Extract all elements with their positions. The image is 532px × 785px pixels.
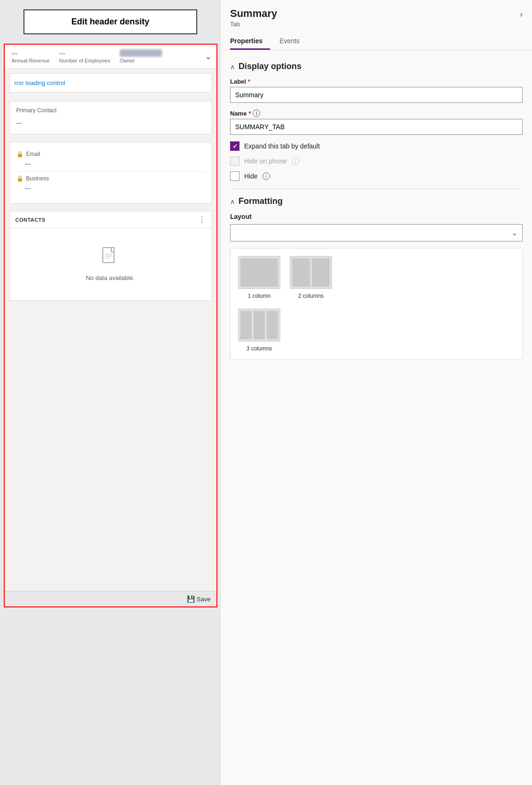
email-business-section: 🔒 Email --- 🔒 Business --- — [9, 142, 212, 203]
no-data-area: No data available. — [10, 228, 211, 300]
name-input[interactable] — [230, 119, 523, 135]
hide-checkbox[interactable] — [230, 171, 239, 181]
layout-col-3of3 — [267, 311, 278, 339]
email-value: --- — [25, 160, 205, 167]
hide-label: Hide — [244, 172, 258, 180]
layout-thumb-3col — [238, 309, 280, 342]
business-lock-icon: 🔒 — [16, 175, 23, 182]
email-label: Email — [26, 151, 40, 157]
tab-properties[interactable]: Properties — [230, 33, 270, 50]
layout-option-2col[interactable]: 2 columns — [290, 256, 332, 299]
label-input[interactable] — [230, 87, 523, 103]
expand-tab-row: Expand this tab by default — [230, 141, 523, 151]
layout-name-1col: 1 column — [248, 293, 271, 299]
hide-phone-row: Hide on phone i — [230, 156, 523, 166]
lock-fields: 🔒 Email --- 🔒 Business --- — [16, 151, 205, 197]
contacts-menu-icon[interactable]: ⋮ — [198, 215, 206, 224]
hide-phone-label: Hide on phone — [244, 157, 287, 165]
layout-options-panel: 1 column 2 columns — [230, 248, 523, 360]
layout-option-1col[interactable]: 1 column — [238, 256, 280, 299]
primary-contact-section: Primary Contact --- — [9, 101, 212, 134]
primary-contact-value: --- — [16, 117, 205, 128]
hide-info-icon[interactable]: i — [262, 172, 270, 180]
business-label: Business — [26, 175, 49, 182]
title-subtitle-group: Summary Tab — [230, 8, 277, 28]
layout-dropdown[interactable]: ⌄ — [230, 224, 523, 241]
name-field-label: Name * i — [230, 109, 523, 117]
header-fields-row: --- Annual Revenue --- Number of Employe… — [5, 45, 216, 69]
hide-phone-info-icon: i — [292, 157, 299, 165]
name-required-star: * — [248, 110, 251, 117]
label-required-star: * — [248, 78, 250, 85]
error-loading-text: rror loading control — [15, 79, 65, 86]
error-loading-control[interactable]: rror loading control — [9, 73, 212, 93]
label-field-label: Label * — [230, 78, 523, 85]
email-row: 🔒 Email --- — [16, 151, 205, 171]
annual-revenue-label: Annual Revenue — [12, 58, 50, 63]
business-value: --- — [25, 185, 205, 192]
annual-revenue-value: --- — [12, 50, 18, 57]
form-area: --- Annual Revenue --- Number of Employe… — [4, 44, 217, 607]
email-lock-icon: 🔒 — [16, 151, 23, 157]
name-info-icon[interactable]: i — [253, 109, 260, 117]
save-button[interactable]: 💾 Save — [187, 595, 211, 603]
num-employees-value: --- — [59, 50, 65, 57]
owner-field: Owner — [120, 49, 162, 63]
right-panel: Summary Tab › Properties Events ∧ Displa… — [221, 0, 532, 785]
layout-label: Layout — [230, 213, 523, 220]
tab-events[interactable]: Events — [279, 33, 307, 50]
expand-tab-checkbox[interactable] — [230, 141, 239, 151]
hide-row: Hide i — [230, 171, 523, 181]
formatting-header: ∧ Formatting — [230, 196, 523, 206]
formatting-collapse-icon[interactable]: ∧ — [230, 198, 235, 205]
name-field-group: Name * i — [230, 109, 523, 135]
annual-revenue-field: --- Annual Revenue — [12, 50, 50, 63]
layout-dropdown-chevron-icon: ⌄ — [511, 228, 517, 237]
layout-thumb-2col — [290, 256, 332, 289]
main-container: Edit header density --- Annual Revenue -… — [0, 0, 532, 785]
save-bar: 💾 Save — [5, 591, 216, 606]
svg-rect-0 — [103, 248, 114, 263]
right-header: Summary Tab › Properties Events — [221, 0, 532, 50]
display-options-title: Display options — [239, 62, 301, 71]
business-row: 🔒 Business --- — [16, 175, 205, 195]
layout-thumb-1col — [238, 256, 280, 289]
contacts-section: CONTACTS ⋮ No data availab — [9, 211, 212, 301]
layout-name-2col: 2 columns — [298, 293, 324, 299]
layout-name-3col: 3 columns — [247, 345, 272, 352]
right-title-row: Summary Tab › — [230, 8, 523, 28]
num-employees-label: Number of Employees — [59, 58, 110, 63]
contacts-header: CONTACTS ⋮ — [10, 211, 211, 228]
save-label: Save — [197, 596, 211, 603]
formatting-title: Formatting — [239, 196, 283, 206]
layout-col-1of2 — [292, 258, 310, 287]
display-options-collapse-icon[interactable]: ∧ — [230, 63, 235, 70]
contacts-label: CONTACTS — [15, 217, 46, 223]
layout-col-2of3 — [254, 311, 265, 339]
hide-phone-checkbox — [230, 156, 239, 166]
display-options-header: ∧ Display options — [230, 62, 523, 71]
tabs-row: Properties Events — [230, 33, 523, 50]
expand-tab-label: Expand this tab by default — [244, 142, 320, 150]
label-field-group: Label * — [230, 78, 523, 103]
edit-header-density-button[interactable]: Edit header density — [23, 9, 197, 34]
owner-label: Owner — [120, 58, 135, 63]
right-panel-subtitle: Tab — [230, 21, 277, 28]
save-icon: 💾 — [187, 595, 195, 603]
layout-col-2of2 — [312, 258, 330, 287]
header-expand-icon[interactable]: ⌄ — [205, 51, 212, 62]
right-content: ∧ Display options Label * Name * i — [221, 50, 532, 369]
no-data-icon — [102, 247, 119, 270]
layout-col-1of3 — [240, 311, 252, 339]
right-panel-title: Summary — [230, 8, 277, 20]
primary-contact-label: Primary Contact — [16, 107, 205, 114]
layout-options-row2: 3 columns — [238, 309, 515, 352]
divider — [230, 188, 523, 189]
owner-blurred-value — [120, 49, 162, 57]
layout-col-single — [240, 258, 278, 287]
layout-option-3col[interactable]: 3 columns — [238, 309, 280, 352]
right-panel-chevron-icon[interactable]: › — [520, 9, 523, 19]
no-data-text: No data available. — [86, 274, 135, 281]
left-panel: Edit header density --- Annual Revenue -… — [0, 0, 221, 785]
num-employees-field: --- Number of Employees — [59, 50, 110, 63]
